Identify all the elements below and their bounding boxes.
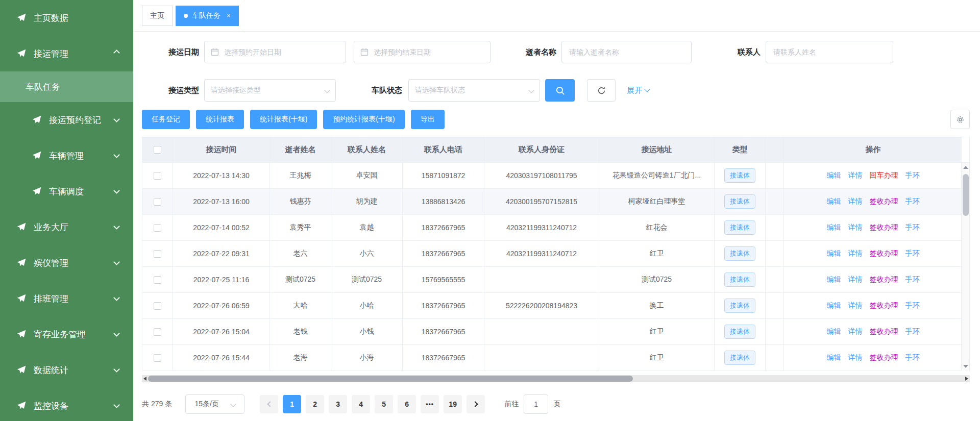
return-vehicle-link[interactable]: 回车办理 xyxy=(870,171,898,180)
wristband-link[interactable]: 手环 xyxy=(905,301,920,310)
select-all-checkbox[interactable] xyxy=(154,146,161,154)
wristband-link[interactable]: 手环 xyxy=(905,275,920,284)
export-button[interactable]: 导出 xyxy=(411,110,445,129)
row-checkbox[interactable] xyxy=(154,302,161,310)
task-register-button[interactable]: 任务登记 xyxy=(142,110,190,129)
statistics-report-shiyan-button[interactable]: 统计报表(十堰) xyxy=(250,110,317,129)
deceased-name-field[interactable] xyxy=(561,41,692,63)
detail-link[interactable]: 详情 xyxy=(848,327,863,336)
sidebar-item-data-statistics[interactable]: 数据统计 xyxy=(0,352,133,388)
contact-field[interactable] xyxy=(766,41,893,63)
edit-link[interactable]: 编辑 xyxy=(827,353,841,362)
sidebar-item-home-data[interactable]: 主页数据 xyxy=(0,0,133,36)
edit-link[interactable]: 编辑 xyxy=(827,171,841,180)
sign-receive-link[interactable]: 签收办理 xyxy=(870,249,898,258)
date-end-field[interactable] xyxy=(354,41,491,63)
sign-receive-link[interactable]: 签收办理 xyxy=(870,197,898,206)
page-button-6[interactable]: 6 xyxy=(398,395,416,413)
wristband-link[interactable]: 手环 xyxy=(905,249,920,258)
row-checkbox[interactable] xyxy=(154,198,161,206)
prev-page-button[interactable] xyxy=(260,395,278,413)
close-icon[interactable]: × xyxy=(227,12,231,19)
horizontal-scroll-thumb[interactable] xyxy=(148,376,633,382)
edit-link[interactable]: 编辑 xyxy=(827,301,841,310)
reservation-statistics-shiyan-button[interactable]: 预约统计报表(十堰) xyxy=(323,110,404,129)
wristband-link[interactable]: 手环 xyxy=(905,197,920,206)
deceased-name-input[interactable] xyxy=(568,47,685,57)
wristband-link[interactable]: 手环 xyxy=(905,223,920,232)
transport-type-select[interactable]: 请选择接运类型 xyxy=(204,79,336,102)
row-checkbox[interactable] xyxy=(154,250,161,258)
sign-receive-link[interactable]: 签收办理 xyxy=(870,327,898,336)
page-size-select[interactable]: 15条/页 xyxy=(185,394,244,414)
column-settings-button[interactable] xyxy=(950,110,970,129)
detail-link[interactable]: 详情 xyxy=(848,171,863,180)
edit-link[interactable]: 编辑 xyxy=(827,223,841,232)
refresh-button[interactable] xyxy=(587,79,616,102)
table-row[interactable]: 2022-07-26 15:04 老钱 小钱 18372667965 红卫 接遗… xyxy=(142,319,962,345)
wristband-link[interactable]: 手环 xyxy=(905,171,920,180)
table-row[interactable]: 2022-07-22 09:31 老六 小六 18372667965 42032… xyxy=(142,241,962,267)
statistics-report-button[interactable]: 统计报表 xyxy=(196,110,244,129)
detail-link[interactable]: 详情 xyxy=(848,197,863,206)
page-button-1[interactable]: 1 xyxy=(283,395,301,413)
detail-link[interactable]: 详情 xyxy=(848,353,863,362)
vertical-scrollbar[interactable] xyxy=(961,163,969,371)
edit-link[interactable]: 编辑 xyxy=(827,197,841,206)
page-button-5[interactable]: 5 xyxy=(375,395,393,413)
fleet-status-select[interactable]: 请选择车队状态 xyxy=(408,79,540,102)
edit-link[interactable]: 编辑 xyxy=(827,249,841,258)
sidebar-item-funeral-mgmt[interactable]: 殡仪管理 xyxy=(0,245,133,281)
table-row[interactable]: 2022-07-25 11:16 测试0725 测试0725 157695655… xyxy=(142,267,962,293)
expand-filters-link[interactable]: 展开 xyxy=(627,79,649,102)
sign-receive-link[interactable]: 签收办理 xyxy=(870,223,898,232)
sidebar-item-business-hall[interactable]: 业务大厅 xyxy=(0,209,133,245)
sidebar-item-shift-mgmt[interactable]: 排班管理 xyxy=(0,281,133,316)
detail-link[interactable]: 详情 xyxy=(848,249,863,258)
scroll-right-icon[interactable] xyxy=(965,377,968,381)
table-row[interactable]: 2022-07-13 14:30 王兆梅 卓安国 15871091872 420… xyxy=(142,163,962,189)
sidebar-item-fleet-tasks-active[interactable]: 车队任务 xyxy=(0,71,133,102)
date-start-input[interactable] xyxy=(223,47,339,57)
date-end-input[interactable] xyxy=(373,47,484,57)
page-button-4[interactable]: 4 xyxy=(352,395,370,413)
sidebar-item-monitoring-devices[interactable]: 监控设备 xyxy=(0,388,133,421)
scroll-down-icon[interactable] xyxy=(963,365,968,368)
scroll-left-icon[interactable] xyxy=(143,377,146,381)
page-button-2[interactable]: 2 xyxy=(306,395,324,413)
tab-fleet-tasks[interactable]: 车队任务 × xyxy=(176,6,239,26)
goto-page-input[interactable] xyxy=(524,394,548,414)
sign-receive-link[interactable]: 签收办理 xyxy=(870,301,898,310)
detail-link[interactable]: 详情 xyxy=(848,275,863,284)
row-checkbox[interactable] xyxy=(154,224,161,232)
row-checkbox[interactable] xyxy=(154,276,161,284)
next-page-button[interactable] xyxy=(467,395,485,413)
row-checkbox[interactable] xyxy=(154,172,161,180)
more-pages-button[interactable]: ••• xyxy=(421,395,439,413)
sidebar-item-storage-mgmt[interactable]: 寄存业务管理 xyxy=(0,316,133,352)
contact-input[interactable] xyxy=(772,47,887,57)
row-checkbox[interactable] xyxy=(154,354,161,362)
table-row[interactable]: 2022-07-13 16:00 钱惠芬 胡为建 13886813426 420… xyxy=(142,189,962,215)
detail-link[interactable]: 详情 xyxy=(848,223,863,232)
wristband-link[interactable]: 手环 xyxy=(905,353,920,362)
edit-link[interactable]: 编辑 xyxy=(827,327,841,336)
page-button-19[interactable]: 19 xyxy=(444,395,462,413)
edit-link[interactable]: 编辑 xyxy=(827,275,841,284)
table-row[interactable]: 2022-07-26 15:44 老海 小海 18372667965 红卫 接遗… xyxy=(142,345,962,371)
vertical-scroll-thumb[interactable] xyxy=(963,174,969,216)
sidebar-item-transport-mgmt[interactable]: 接运管理 xyxy=(0,36,133,71)
row-checkbox[interactable] xyxy=(154,328,161,336)
sidebar-item-vehicle-dispatch[interactable]: 车辆调度 xyxy=(0,174,133,209)
tab-home[interactable]: 主页 xyxy=(142,6,173,26)
wristband-link[interactable]: 手环 xyxy=(905,327,920,336)
search-button[interactable] xyxy=(545,79,575,102)
horizontal-scrollbar[interactable] xyxy=(142,375,970,382)
table-row[interactable]: 2022-07-26 06:59 大哈 小哈 18372667965 52222… xyxy=(142,293,962,319)
sign-receive-link[interactable]: 签收办理 xyxy=(870,275,898,284)
sign-receive-link[interactable]: 签收办理 xyxy=(870,353,898,362)
detail-link[interactable]: 详情 xyxy=(848,301,863,310)
date-start-field[interactable] xyxy=(204,41,346,63)
table-row[interactable]: 2022-07-14 00:52 袁秀平 袁越 18372667965 4203… xyxy=(142,215,962,241)
sidebar-item-transport-reservation[interactable]: 接运预约登记 xyxy=(0,102,133,138)
